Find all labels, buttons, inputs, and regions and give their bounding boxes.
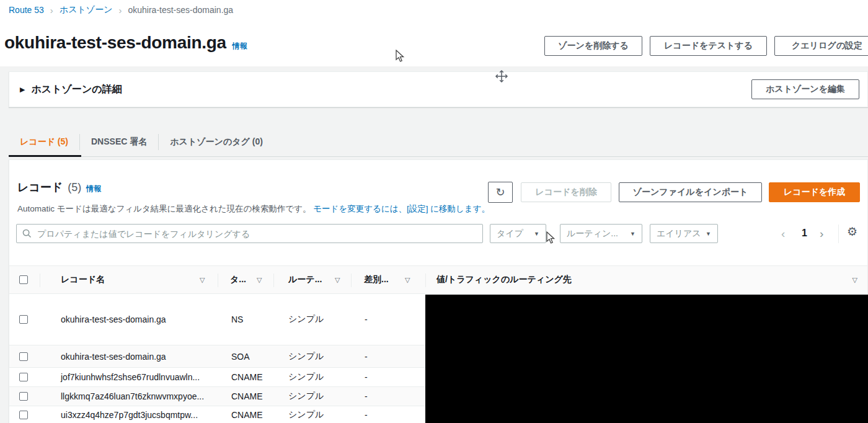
- refresh-icon: ↻: [495, 185, 505, 199]
- record-filter-input[interactable]: [36, 228, 477, 239]
- record-routing: シンプル: [288, 409, 324, 421]
- create-record-button[interactable]: レコードを作成: [769, 182, 860, 202]
- record-differentiator: -: [365, 391, 368, 401]
- tab-bar: レコード (5) DNSSEC 署名 ホストゾーンのタグ (0): [9, 127, 274, 157]
- breadcrumb-hosted-zones[interactable]: ホストゾーン: [60, 4, 113, 16]
- pagination-next-button[interactable]: ›: [820, 227, 823, 241]
- column-divider: [40, 274, 40, 287]
- alias-filter-label: エイリアス: [657, 228, 701, 239]
- column-divider: [351, 274, 352, 287]
- record-differentiator: -: [365, 314, 368, 324]
- record-type: CNAME: [231, 391, 263, 401]
- record-filter-searchbox: [16, 224, 483, 243]
- record-type: SOA: [231, 352, 250, 362]
- breadcrumb-route53[interactable]: Route 53: [9, 5, 44, 15]
- routing-filter-dropdown[interactable]: ルーティン... ▼: [560, 224, 642, 243]
- record-type: CNAME: [231, 372, 263, 382]
- mouse-pointer-icon: [395, 50, 405, 63]
- toolbar-divider: [838, 225, 839, 243]
- record-routing: シンプル: [288, 351, 324, 362]
- preferences-gear-icon[interactable]: ⚙: [847, 225, 857, 239]
- records-table-header: レコード名 ▽ タ... ▽ ルーテ... ▽ 差別... ▽ 値/トラフィック…: [9, 265, 867, 294]
- sort-icon[interactable]: ▽: [852, 276, 857, 284]
- route53-hosted-zone-page: Route 53 › ホストゾーン › okuhira-test-ses-dom…: [0, 0, 868, 423]
- move-cursor-icon: [495, 69, 508, 83]
- refresh-button[interactable]: ↻: [488, 182, 513, 203]
- column-divider: [273, 274, 274, 287]
- column-divider: [425, 274, 426, 287]
- column-divider: [218, 274, 218, 287]
- record-differentiator: -: [365, 352, 368, 362]
- row-checkbox[interactable]: [19, 411, 28, 419]
- column-header-record-name: レコード名: [61, 274, 105, 285]
- breadcrumb-current-zone: okuhira-test-ses-domain.ga: [128, 5, 233, 15]
- change-mode-link[interactable]: モードを変更するには、[設定] に移動します。: [313, 204, 490, 213]
- tab-hosted-zone-tags[interactable]: ホストゾーンのタグ (0): [159, 127, 274, 157]
- record-routing: シンプル: [288, 391, 324, 402]
- record-name: jof7kiunhwhsf2shse67rudlnvuawln...: [61, 372, 200, 382]
- title-info-link[interactable]: 情報: [232, 41, 247, 51]
- test-records-button[interactable]: レコードをテストする: [650, 36, 767, 56]
- select-all-checkbox[interactable]: [19, 275, 28, 284]
- delete-record-button[interactable]: レコードを削除: [521, 182, 611, 202]
- records-title: レコード: [17, 180, 63, 195]
- record-routing: シンプル: [288, 314, 324, 325]
- record-differentiator: -: [365, 372, 368, 382]
- type-filter-dropdown[interactable]: タイプ ▼: [490, 224, 546, 243]
- page-header: okuhira-test-ses-domain.ga 情報: [4, 33, 247, 53]
- edit-hosted-zone-button[interactable]: ホストゾーンを編集: [751, 79, 859, 99]
- column-header-routing: ルーテ...: [288, 274, 322, 285]
- sort-icon[interactable]: ▽: [405, 276, 410, 284]
- query-log-settings-button[interactable]: クエリログの設定: [774, 36, 868, 56]
- records-info-link[interactable]: 情報: [86, 184, 101, 194]
- chevron-down-icon: ▼: [630, 231, 636, 237]
- chevron-right-icon: ›: [50, 5, 53, 16]
- record-name: llgkkmq7az46luan7t6zknwvmxpyoe...: [61, 391, 204, 401]
- records-description: Automatic モードは最適なフィルタ結果に最適化された現在の検索動作です。…: [17, 203, 490, 215]
- sort-icon[interactable]: ▽: [335, 276, 340, 284]
- pagination-current-page[interactable]: 1: [802, 228, 807, 239]
- chevron-down-icon: ▼: [706, 231, 711, 237]
- import-zone-file-button[interactable]: ゾーンファイルをインポート: [619, 182, 762, 202]
- row-checkbox[interactable]: [19, 392, 28, 401]
- tab-records[interactable]: レコード (5): [9, 127, 79, 157]
- record-routing: シンプル: [288, 372, 324, 383]
- row-checkbox[interactable]: [19, 315, 28, 324]
- record-name: ui3xzz4q4hze7p7gdt3jucsbqmtpw...: [61, 410, 198, 420]
- record-name: okuhira-test-ses-domain.ga: [61, 352, 166, 362]
- column-header-value: 値/トラフィックのルーティング先: [436, 274, 572, 285]
- row-checkbox[interactable]: [19, 373, 28, 381]
- records-count: (5): [68, 181, 81, 194]
- type-filter-label: タイプ: [497, 228, 523, 239]
- delete-zone-button[interactable]: ゾーンを削除する: [544, 36, 642, 56]
- records-header: レコード (5) 情報: [17, 180, 101, 195]
- breadcrumb: Route 53 › ホストゾーン › okuhira-test-ses-dom…: [9, 4, 233, 16]
- active-tab-indicator: [9, 155, 81, 157]
- record-type: CNAME: [231, 410, 263, 420]
- routing-filter-label: ルーティン...: [567, 228, 618, 239]
- redacted-values-overlay: [425, 295, 868, 423]
- page-title: okuhira-test-ses-domain.ga: [4, 33, 226, 53]
- tab-dnssec[interactable]: DNSSEC 署名: [80, 127, 158, 157]
- hosted-zone-details-title: ホストゾーンの詳細: [31, 83, 122, 96]
- record-name: okuhira-test-ses-domain.ga: [61, 314, 166, 324]
- record-type: NS: [231, 314, 243, 324]
- search-icon: [22, 229, 32, 238]
- mouse-pointer-icon: [546, 231, 556, 245]
- column-header-differentiator: 差別...: [364, 274, 389, 285]
- sort-icon[interactable]: ▽: [200, 276, 205, 284]
- chevron-right-icon: ›: [118, 5, 122, 16]
- row-checkbox[interactable]: [19, 352, 28, 361]
- pagination-prev-button[interactable]: ‹: [781, 227, 785, 241]
- record-differentiator: -: [365, 410, 368, 420]
- chevron-down-icon: ▼: [534, 231, 539, 237]
- hosted-zone-details-toggle[interactable]: ▶ ホストゾーンの詳細: [20, 83, 122, 96]
- hosted-zone-details-panel: ▶ ホストゾーンの詳細 ホストゾーンを編集: [9, 71, 868, 107]
- records-description-text: Automatic モードは最適なフィルタ結果に最適化された現在の検索動作です。: [17, 204, 311, 213]
- alias-filter-dropdown[interactable]: エイリアス ▼: [650, 224, 718, 243]
- column-header-type: タ...: [230, 274, 246, 285]
- expand-caret-icon: ▶: [20, 86, 25, 94]
- sort-icon[interactable]: ▽: [257, 276, 262, 284]
